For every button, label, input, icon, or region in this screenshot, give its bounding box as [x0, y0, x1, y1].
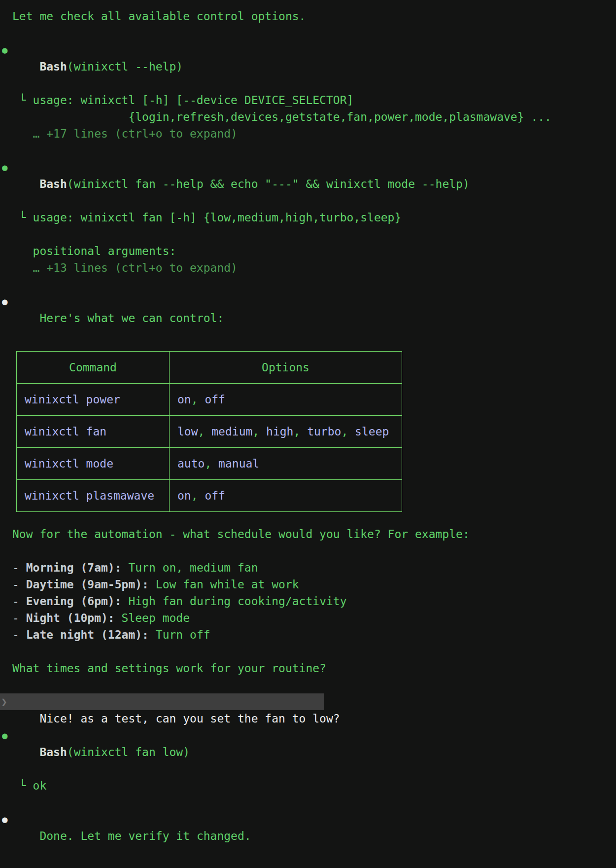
expand-hint: … +17 lines (ctrl+o to expand)	[0, 125, 616, 142]
tool-command: (winixctl --help)	[67, 60, 183, 73]
schedule-item: - Night (10pm): Sleep mode	[0, 610, 616, 626]
schedule-label: Night (10pm):	[26, 612, 115, 624]
table-row: winixctl fan low, medium, high, turbo, s…	[17, 416, 402, 448]
list-dash: -	[12, 561, 26, 574]
list-dash: -	[12, 628, 26, 641]
list-dash: -	[12, 578, 26, 591]
assistant-question: What times and settings work for your ro…	[0, 660, 616, 677]
control-options-table: Command Options winixctl power on, off w…	[16, 351, 402, 512]
tool-name: Bash	[39, 60, 67, 73]
tool-command: (winixctl fan --help && echo "---" && wi…	[67, 178, 470, 190]
schedule-text: High fan during cooking/activity	[122, 595, 347, 608]
table-cell-options: auto, manual	[170, 448, 402, 480]
spacer	[0, 794, 616, 811]
tool-result-line: positional arguments:	[0, 243, 616, 259]
table-cell-options: on, off	[170, 480, 402, 512]
spacer	[0, 542, 616, 559]
expand-hint: … +13 lines (ctrl+o to expand)	[0, 259, 616, 276]
table-header-options: Options	[170, 352, 402, 384]
tool-result-line: └ usage: winixctl fan [-h] {low,medium,h…	[0, 209, 616, 226]
schedule-label: Daytime (9am-5pm):	[26, 578, 149, 591]
schedule-text: Sleep mode	[115, 612, 190, 624]
schedule-label: Morning (7am):	[26, 561, 122, 574]
tool-call-bash-fan-low: ●Bash(winixctl fan low)	[0, 727, 616, 777]
schedule-text: Low fan while at work	[149, 578, 299, 591]
spacer	[0, 643, 616, 660]
table-cell-command: winixctl fan	[17, 416, 170, 448]
assistant-text: Now for the automation - what schedule w…	[0, 526, 616, 542]
assistant-text: Here's what we can control:	[39, 312, 224, 325]
table-cell-command: winixctl plasmawave	[17, 480, 170, 512]
tool-name: Bash	[39, 746, 67, 759]
user-prompt-message: ❯Nice! as a test, can you set the fan to…	[0, 693, 324, 710]
assistant-text: Done. Let me verify it changed.	[39, 830, 251, 842]
spacer	[0, 276, 616, 293]
terminal-session: Let me check all available control optio…	[0, 0, 616, 868]
tool-bullet-icon: ●	[2, 159, 7, 176]
table-header-command: Command	[17, 352, 170, 384]
spacer	[0, 25, 616, 41]
schedule-text: Turn on, medium fan	[122, 561, 258, 574]
table-header-row: Command Options	[17, 352, 402, 384]
schedule-label: Late night (12am):	[26, 628, 149, 641]
list-dash: -	[12, 612, 26, 624]
user-message-text: Nice! as a test, can you set the fan to …	[39, 712, 340, 725]
prompt-chevron-icon: ❯	[1, 693, 7, 710]
schedule-item: - Late night (12am): Turn off	[0, 626, 616, 643]
spacer	[0, 226, 616, 243]
assistant-bullet-icon: ●	[2, 811, 7, 828]
table-cell-options: on, off	[170, 384, 402, 416]
tool-result-line: └ usage: winixctl [-h] [--device DEVICE_…	[0, 92, 616, 108]
table-row: winixctl mode auto, manual	[17, 448, 402, 480]
tool-call-bash-fan-mode-help: ●Bash(winixctl fan --help && echo "---" …	[0, 159, 616, 209]
schedule-item: - Evening (6pm): High fan during cooking…	[0, 593, 616, 610]
assistant-bullet-icon: ●	[2, 293, 7, 310]
spacer	[0, 677, 616, 693]
tool-command: (winixctl fan low)	[67, 746, 190, 759]
assistant-message-done: ●Done. Let me verify it changed.	[0, 811, 616, 861]
tool-name: Bash	[39, 178, 67, 190]
table-row: winixctl plasmawave on, off	[17, 480, 402, 512]
spacer	[0, 861, 616, 868]
spacer	[0, 142, 616, 159]
list-dash: -	[12, 595, 26, 608]
schedule-text: Turn off	[149, 628, 210, 641]
assistant-message-controls: ●Here's what we can control:	[0, 293, 616, 343]
table-row: winixctl power on, off	[17, 384, 402, 416]
tool-bullet-icon: ●	[2, 41, 7, 58]
table-cell-options: low, medium, high, turbo, sleep	[170, 416, 402, 448]
tool-result-line: {login,refresh,devices,getstate,fan,powe…	[0, 108, 616, 125]
tool-bullet-icon: ●	[2, 727, 7, 744]
assistant-intro-text: Let me check all available control optio…	[0, 8, 616, 25]
table-cell-command: winixctl power	[17, 384, 170, 416]
tool-result-line: └ ok	[0, 777, 616, 794]
tool-call-bash-help: ●Bash(winixctl --help)	[0, 41, 616, 92]
schedule-label: Evening (6pm):	[26, 595, 122, 608]
schedule-item: - Morning (7am): Turn on, medium fan	[0, 559, 616, 576]
table-cell-command: winixctl mode	[17, 448, 170, 480]
schedule-item: - Daytime (9am-5pm): Low fan while at wo…	[0, 576, 616, 593]
